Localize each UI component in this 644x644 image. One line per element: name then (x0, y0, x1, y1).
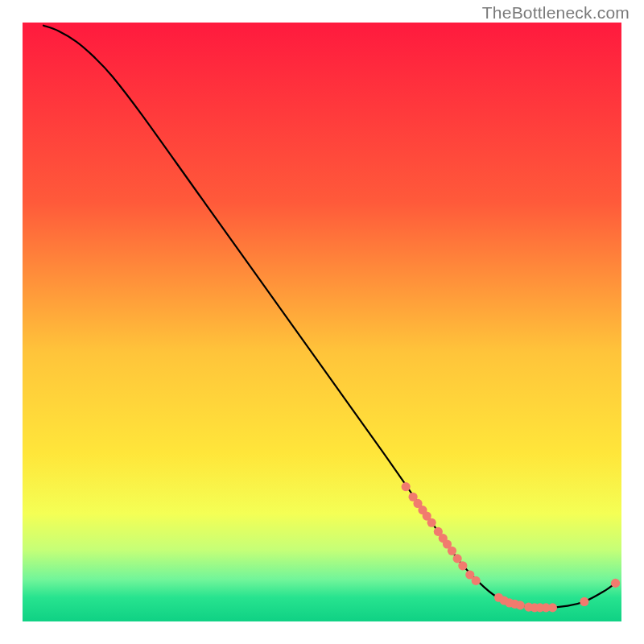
watermark-text: TheBottleneck.com (482, 3, 630, 23)
chart-canvas (0, 0, 644, 644)
data-point (453, 554, 462, 563)
data-point (458, 561, 467, 570)
gradient-background (23, 23, 621, 621)
data-point (472, 576, 481, 585)
data-point (611, 579, 620, 588)
data-point (448, 547, 456, 555)
data-point (548, 603, 557, 612)
data-point (580, 597, 588, 606)
data-point (516, 601, 525, 609)
data-point (427, 518, 436, 527)
data-point (402, 482, 411, 491)
bottleneck-chart: TheBottleneck.com (0, 0, 644, 644)
